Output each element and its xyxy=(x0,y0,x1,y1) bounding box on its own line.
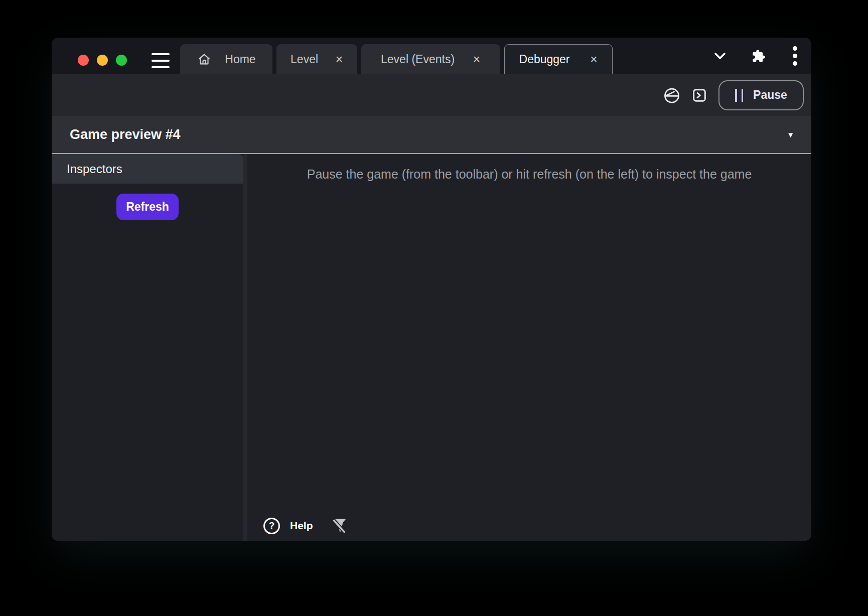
debugger-content: Inspectors Refresh Pause the game (from … xyxy=(52,154,811,541)
kebab-menu-icon[interactable] xyxy=(793,46,797,66)
tab-home[interactable]: Home xyxy=(180,44,272,74)
inspector-hint-message: Pause the game (from the toolbar) or hit… xyxy=(247,167,811,182)
close-tab-icon[interactable]: ✕ xyxy=(590,55,598,64)
caret-down-icon[interactable]: ▼ xyxy=(787,130,794,139)
tab-debugger[interactable]: Debugger ✕ xyxy=(504,44,613,74)
inspectors-header-label: Inspectors xyxy=(67,162,122,176)
tab-label: Home xyxy=(225,53,255,66)
refresh-button[interactable]: Refresh xyxy=(116,194,179,220)
close-tab-icon[interactable]: ✕ xyxy=(335,55,343,64)
debugger-toolbar: Pause xyxy=(52,74,811,116)
app-window: Home Level ✕ Level (Events) ✕ Debugger ✕ xyxy=(52,38,811,541)
tab-bar: Home Level ✕ Level (Events) ✕ Debugger ✕ xyxy=(180,44,613,74)
close-tab-icon[interactable]: ✕ xyxy=(473,55,481,64)
profiler-gauge-icon[interactable] xyxy=(663,87,680,104)
inspectors-header: Inspectors xyxy=(52,154,243,184)
game-preview-header[interactable]: Game preview #4 ▼ xyxy=(52,116,811,154)
pin-off-icon[interactable] xyxy=(331,517,347,535)
help-circle-icon: ? xyxy=(263,518,280,534)
puzzle-extension-icon[interactable] xyxy=(752,49,766,63)
inspectors-sidebar: Inspectors Refresh xyxy=(52,154,243,541)
game-preview-title: Game preview #4 xyxy=(70,127,181,142)
pause-icon xyxy=(735,89,743,102)
tab-label: Level xyxy=(291,53,318,66)
console-icon[interactable] xyxy=(691,87,707,103)
pause-button[interactable]: Pause xyxy=(718,80,804,110)
home-icon xyxy=(197,52,212,67)
titlebar-right-actions xyxy=(712,38,797,74)
pause-button-label: Pause xyxy=(753,88,787,102)
panel-footer: ? Help xyxy=(263,517,347,535)
tab-label: Level (Events) xyxy=(381,53,455,66)
sidebar-resize-handle[interactable] xyxy=(243,154,247,541)
help-button-label: Help xyxy=(290,520,313,532)
minimize-window-button[interactable] xyxy=(97,55,108,66)
traffic-lights xyxy=(78,55,127,66)
inspector-main-panel: Pause the game (from the toolbar) or hit… xyxy=(247,154,811,541)
help-glyph: ? xyxy=(269,520,275,531)
tab-label: Debugger xyxy=(519,53,570,66)
help-button[interactable]: ? Help xyxy=(263,518,313,534)
tab-level-events[interactable]: Level (Events) ✕ xyxy=(361,44,500,74)
chevron-down-icon[interactable] xyxy=(712,50,728,63)
hamburger-menu-icon[interactable] xyxy=(152,53,170,68)
titlebar: Home Level ✕ Level (Events) ✕ Debugger ✕ xyxy=(52,38,811,74)
zoom-window-button[interactable] xyxy=(116,55,127,66)
close-window-button[interactable] xyxy=(78,55,89,66)
tab-level[interactable]: Level ✕ xyxy=(276,44,357,74)
